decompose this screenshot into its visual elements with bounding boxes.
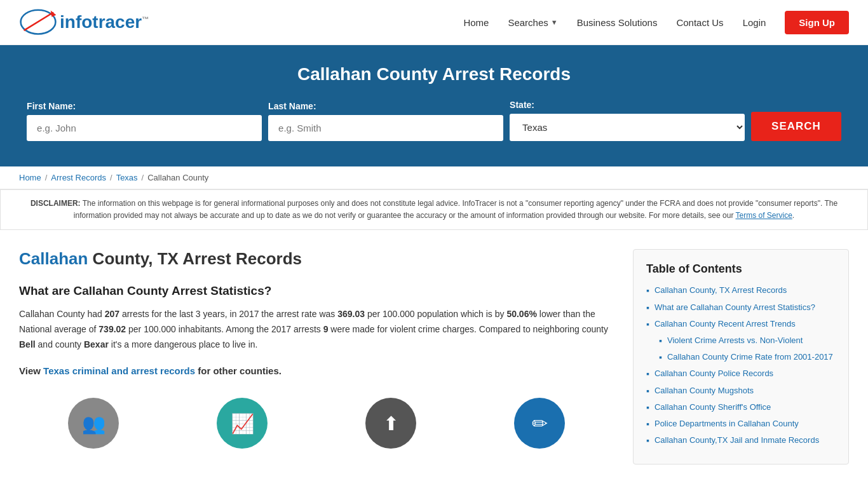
county2: Bexar — [84, 339, 109, 349]
view-line-pre: View — [19, 365, 43, 376]
toc-item-7: Callahan County Sheriff's Office — [646, 402, 836, 413]
toc-heading: Table of Contents — [646, 262, 836, 276]
hero-section: Callahan County Arrest Records First Nam… — [0, 45, 868, 166]
hero-title: Callahan County Arrest Records — [13, 64, 855, 85]
main-heading-rest: County, TX Arrest Records — [88, 249, 302, 268]
toc-link-7[interactable]: Callahan County Sheriff's Office — [654, 402, 771, 413]
toc-item-5: Callahan County Police Records — [646, 368, 836, 379]
arrest-rate: 369.03 — [337, 309, 365, 319]
last-name-input[interactable] — [268, 115, 503, 141]
stats-p1-mid: arrests for the last 3 years, in 2017 th… — [119, 309, 337, 319]
chart-up-icon: 📈 — [217, 398, 268, 449]
first-name-input[interactable] — [27, 115, 262, 141]
toc-link-8[interactable]: Police Departments in Callahan County — [654, 418, 799, 430]
toc-link-2[interactable]: Callahan County Recent Arrest Trends — [654, 318, 796, 330]
toc-item-8: Police Departments in Callahan County — [646, 418, 836, 430]
disclaimer-period: . — [792, 211, 794, 220]
state-group: State: Texas Alabama Alaska California F… — [510, 100, 745, 141]
toc-list: Callahan County, TX Arrest RecordsWhat a… — [646, 285, 836, 446]
content-right: Table of Contents Callahan County, TX Ar… — [633, 236, 849, 464]
toc-item-3: Violent Crime Arrests vs. Non-Violent — [646, 335, 836, 346]
icon-item-3: ⬆ — [365, 398, 416, 449]
breadcrumb-sep-1: / — [45, 173, 48, 182]
county1: Bell — [19, 339, 36, 349]
stats-p1-pre: Callahan County had — [19, 309, 105, 319]
main-content: Callahan County, TX Arrest Records What … — [0, 236, 868, 464]
stats-p1-mid4: per 100.000 inhabitants. Among the 2017 … — [126, 324, 323, 334]
nav-home[interactable]: Home — [463, 17, 489, 28]
last-name-label: Last Name: — [268, 101, 503, 111]
logo-info: info — [60, 12, 92, 32]
search-button[interactable]: SEARCH — [751, 112, 841, 141]
logo-tracer: tracer — [92, 12, 142, 32]
stats-paragraph: Callahan County had 207 arrests for the … — [19, 307, 614, 352]
content-left: Callahan County, TX Arrest Records What … — [19, 236, 633, 464]
header: infotracer™ Home Searches ▼ Business Sol… — [0, 0, 868, 45]
toc-link-0[interactable]: Callahan County, TX Arrest Records — [654, 285, 787, 296]
view-line: View Texas criminal and arrest records f… — [19, 363, 614, 379]
view-link[interactable]: Texas criminal and arrest records — [43, 365, 195, 376]
disclaimer-bar: DISCLAIMER: The information on this webp… — [0, 189, 868, 230]
breadcrumb-sep-2: / — [110, 173, 112, 182]
logo: infotracer™ — [19, 6, 149, 38]
breadcrumb-sep-3: / — [142, 173, 144, 182]
stats-p1-mid2: per 100.000 population which is by — [365, 309, 506, 319]
main-nav: Home Searches ▼ Business Solutions Conta… — [463, 11, 849, 34]
state-select[interactable]: Texas Alabama Alaska California Florida — [510, 114, 745, 141]
toc-link-4[interactable]: Callahan County Crime Rate from 2001-201… — [667, 351, 833, 363]
nav-business[interactable]: Business Solutions — [577, 17, 658, 28]
breadcrumb-callahan: Callahan County — [147, 173, 208, 182]
toc-link-9[interactable]: Callahan County,TX Jail and Inmate Recor… — [654, 435, 819, 446]
first-name-label: First Name: — [27, 101, 262, 111]
logo-tm: ™ — [142, 15, 149, 23]
edit-icon: ✏ — [514, 398, 565, 449]
toc-item-1: What are Callahan County Arrest Statisti… — [646, 302, 836, 313]
svg-marker-2 — [51, 11, 57, 17]
stats-p1-end2: and county — [36, 339, 84, 349]
toc-item-4: Callahan County Crime Rate from 2001-201… — [646, 351, 836, 363]
view-line-post: for other counties. — [195, 365, 281, 376]
disclaimer-text: The information on this webpage is for g… — [74, 199, 837, 220]
svg-line-1 — [25, 13, 53, 30]
nav-searches[interactable]: Searches ▼ — [508, 17, 557, 28]
national-avg: 739.02 — [98, 324, 126, 334]
first-name-group: First Name: — [27, 101, 262, 141]
arrow-up-icon: ⬆ — [365, 398, 416, 449]
breadcrumb: Home / Arrest Records / Texas / Callahan… — [0, 166, 868, 189]
nav-contact[interactable]: Contact Us — [676, 17, 723, 28]
icon-item-1: 👥 — [68, 398, 119, 449]
table-of-contents: Table of Contents Callahan County, TX Ar… — [633, 249, 849, 464]
toc-item-0: Callahan County, TX Arrest Records — [646, 285, 836, 296]
nav-searches-link[interactable]: Searches — [508, 17, 548, 28]
main-heading-highlight: Callahan — [19, 249, 88, 268]
people-icon: 👥 — [68, 398, 119, 449]
last-name-group: Last Name: — [268, 101, 503, 141]
tos-link[interactable]: Terms of Service — [736, 211, 792, 220]
icon-row: 👥 📈 ⬆ ✏ — [19, 391, 614, 449]
disclaimer-label: DISCLAIMER: — [31, 199, 81, 208]
lower-pct: 50.06% — [506, 309, 536, 319]
arrests-count: 207 — [105, 309, 119, 319]
stats-p1-end3: it's a more dangerous place to live in. — [109, 339, 258, 349]
breadcrumb-arrest-records[interactable]: Arrest Records — [51, 173, 106, 182]
toc-item-6: Callahan County Mugshots — [646, 385, 836, 396]
toc-item-9: Callahan County,TX Jail and Inmate Recor… — [646, 435, 836, 446]
chevron-down-icon: ▼ — [551, 18, 558, 26]
nav-signup[interactable]: Sign Up — [785, 11, 849, 34]
toc-item-2: Callahan County Recent Arrest Trends — [646, 318, 836, 330]
nav-login[interactable]: Login — [743, 17, 766, 28]
icon-item-2: 📈 — [217, 398, 268, 449]
breadcrumb-home[interactable]: Home — [19, 173, 41, 182]
main-heading: Callahan County, TX Arrest Records — [19, 249, 614, 269]
icon-item-4: ✏ — [514, 398, 565, 449]
toc-link-1[interactable]: What are Callahan County Arrest Statisti… — [654, 302, 815, 313]
toc-link-6[interactable]: Callahan County Mugshots — [654, 385, 754, 396]
toc-link-5[interactable]: Callahan County Police Records — [654, 368, 773, 379]
breadcrumb-texas[interactable]: Texas — [116, 173, 138, 182]
stats-p1-end: were made for violent crime charges. Com… — [328, 324, 607, 334]
stats-heading: What are Callahan County Arrest Statisti… — [19, 284, 614, 298]
search-form: First Name: Last Name: State: Texas Alab… — [13, 100, 855, 141]
state-label: State: — [510, 100, 745, 110]
toc-link-3[interactable]: Violent Crime Arrests vs. Non-Violent — [667, 335, 803, 346]
